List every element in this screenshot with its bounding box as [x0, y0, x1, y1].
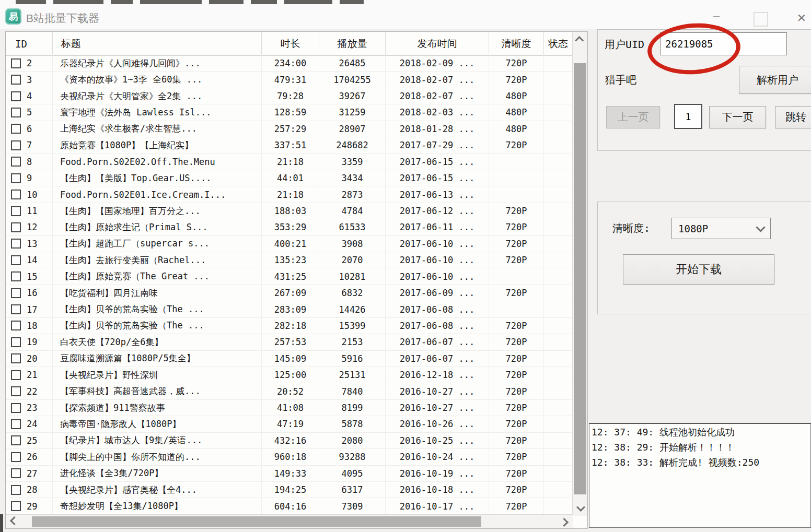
jump-page-button[interactable]: 跳转 — [775, 106, 811, 128]
table-row[interactable]: 22【军事科技】高超音速武器，威...20:5278402016-10-27 .… — [6, 383, 573, 399]
table-row[interactable]: 4央视纪录片《大明管家》全2集 ...79:28392672018-02-07 … — [6, 88, 573, 104]
table-row[interactable]: 11【生肉】【国家地理】百万分之...188:0347842017-06-12 … — [6, 203, 573, 219]
table-row[interactable]: 23【探索频道】911警察故事41:0881992016-10-27 ...72… — [6, 400, 573, 416]
row-resolution: 480P — [489, 121, 544, 137]
row-checkbox[interactable] — [11, 288, 21, 298]
table-row[interactable]: 15【生肉】原始竞赛（The Great ...431:25102812017-… — [6, 268, 573, 285]
row-checkbox[interactable] — [11, 485, 21, 495]
table-row[interactable]: 24病毒帝国·隐形敌人【1080P】47:1958782016-10-26 ..… — [6, 416, 573, 432]
scroll-right-button[interactable] — [557, 515, 573, 528]
row-checkbox[interactable] — [11, 386, 21, 396]
column-header[interactable]: 状态 — [544, 32, 573, 55]
table-row[interactable]: 19白衣天使【720p/全6集】257:5321532017-06-07 ...… — [6, 334, 573, 350]
vertical-scrollbar-thumb[interactable] — [574, 63, 586, 494]
row-checkbox[interactable] — [11, 468, 21, 478]
table-row[interactable]: 16【吃货福利】四月江南味267:0968322017-06-09 ...720… — [6, 285, 573, 301]
uid-input[interactable] — [660, 32, 787, 55]
table-row[interactable]: 26【脚尖上的中国】你所不知道的...960:18932882016-10-24… — [6, 449, 573, 465]
row-checkbox[interactable] — [11, 304, 21, 314]
row-date: 2016-10-17 ... — [386, 498, 489, 514]
row-title: 《资本的故事》1~3季 全60集 ... — [53, 72, 262, 87]
close-button[interactable]: ✕ — [791, 8, 811, 26]
row-status — [544, 268, 573, 284]
row-plays: 248682 — [319, 137, 386, 153]
table-row[interactable]: 18【生肉】贝爷的荒岛实验（The ...282:18153992017-06-… — [6, 318, 573, 334]
row-checkbox[interactable] — [11, 75, 21, 85]
scroll-up-button[interactable] — [573, 32, 587, 48]
row-date: 2017-06-07 ... — [386, 334, 489, 350]
column-header[interactable]: 时长 — [262, 32, 319, 55]
row-checkbox[interactable] — [11, 501, 21, 511]
horizontal-scrollbar[interactable] — [6, 514, 573, 528]
row-checkbox[interactable] — [11, 91, 21, 101]
table-row[interactable]: 3《资本的故事》1~3季 全60集 ...479:3117042552018-0… — [6, 72, 573, 88]
column-header[interactable]: 播放量 — [319, 32, 386, 55]
resolution-dropdown[interactable]: 1080P — [671, 218, 771, 239]
row-checkbox[interactable] — [11, 222, 21, 232]
row-checkbox[interactable] — [11, 190, 21, 199]
column-header[interactable]: 标题 — [53, 32, 262, 55]
row-id-cell: 17 — [6, 301, 53, 317]
row-checkbox[interactable] — [11, 419, 21, 429]
column-header[interactable]: 清晰度 — [489, 32, 544, 55]
row-checkbox[interactable] — [11, 271, 21, 281]
next-page-button[interactable]: 下一页 — [709, 106, 766, 128]
row-checkbox[interactable] — [11, 157, 21, 167]
column-header[interactable]: ID — [6, 32, 53, 55]
table-row[interactable]: 9【生肉】【美版】Top.Gear.US....44:0134342017-06… — [6, 170, 573, 186]
row-checkbox[interactable] — [11, 403, 21, 413]
row-plays: 10281 — [319, 268, 386, 284]
row-resolution: 480P — [489, 88, 544, 104]
row-checkbox[interactable] — [11, 239, 21, 249]
row-checkbox[interactable] — [11, 370, 21, 380]
prev-page-button[interactable]: 上一页 — [606, 106, 660, 128]
row-checkbox[interactable] — [11, 321, 21, 330]
start-download-button[interactable]: 开始下载 — [623, 254, 774, 285]
row-checkbox[interactable] — [11, 255, 21, 265]
row-checkbox[interactable] — [11, 206, 21, 216]
table-row[interactable]: 27进化怪谈【全3集/720P】149:3340952016-10-19 ...… — [6, 466, 573, 482]
parse-user-button[interactable]: 解析用户 — [739, 66, 811, 94]
page-number-input[interactable] — [674, 104, 702, 129]
vertical-scrollbar[interactable] — [572, 32, 587, 516]
row-id-cell: 9 — [6, 170, 53, 186]
scroll-left-button[interactable] — [6, 515, 21, 528]
table-row[interactable]: 14【生肉】去旅行变美丽（Rachel...135:2320702017-06-… — [6, 252, 573, 268]
table-row[interactable]: 25【纪录片】城市达人【9集/英语...432:1620802016-10-25… — [6, 433, 573, 449]
row-duration: 267:09 — [262, 285, 319, 301]
row-checkbox[interactable] — [11, 452, 21, 462]
row-checkbox[interactable] — [11, 435, 21, 445]
table-row[interactable]: 20豆腐味道溯源篇【1080P/5集全】145:0959162017-06-07… — [6, 351, 573, 367]
horizontal-scrollbar-thumb[interactable] — [32, 516, 481, 527]
minimize-button[interactable]: ─ — [704, 9, 728, 25]
row-checkbox[interactable] — [11, 58, 21, 68]
column-header[interactable]: 发布时间 — [386, 32, 489, 55]
row-checkbox[interactable] — [11, 173, 21, 183]
table-row[interactable]: 5寰宇地理《法外岛 Lawless Isl...128:59312592018-… — [6, 104, 573, 121]
log-output[interactable]: 12: 37: 49: 线程池初始化成功12: 38: 29: 开始解析！！！！… — [589, 423, 811, 528]
maximize-button[interactable] — [754, 12, 768, 27]
row-duration: 41:08 — [262, 400, 319, 416]
table-row[interactable]: 13【生肉】超跑工厂（supercar s...400:2139082017-0… — [6, 236, 573, 252]
row-checkbox[interactable] — [11, 140, 21, 150]
row-status — [544, 482, 573, 498]
row-id-cell: 18 — [6, 318, 53, 334]
table-row[interactable]: 28【央视纪录片】感官奥秘【全4...194:2563172016-10-18 … — [6, 482, 573, 498]
table-row[interactable]: 8Food.Porn.S02E02.Off.The.Menu21:1833592… — [6, 154, 573, 170]
scroll-down-button[interactable] — [573, 500, 587, 516]
table-row[interactable]: 7原始竞赛【1080P】【上海纪实】337:512486822017-07-29… — [6, 137, 573, 153]
table-row[interactable]: 12【生肉】原始求生记（Primal S...353:29615332017-0… — [6, 219, 573, 235]
table-row[interactable]: 29奇想妙发明【全13集/1080P】604:1673092016-10-17 … — [6, 498, 573, 514]
row-status — [544, 449, 573, 465]
row-checkbox[interactable] — [11, 108, 21, 117]
row-checkbox[interactable] — [11, 353, 21, 363]
row-status — [544, 55, 573, 71]
row-duration: 604:16 — [262, 498, 319, 514]
row-checkbox[interactable] — [11, 337, 21, 347]
row-checkbox[interactable] — [11, 124, 21, 134]
table-row[interactable]: 2乐器纪录片《人间难得几回闻》...234:00264852018-02-09 … — [6, 55, 573, 72]
table-row[interactable]: 21【央视纪录片】野性深圳125:00251312016-12-18 ...72… — [6, 367, 573, 383]
table-row[interactable]: 10Food.Porn.S02E01.Ice.Cream.I...21:1828… — [6, 186, 573, 203]
table-row[interactable]: 17【生肉】贝爷的荒岛实验（The ...283:09144262017-06-… — [6, 301, 573, 317]
table-row[interactable]: 6上海纪实《求生极客/求生智慧...257:29289072018-01-28 … — [6, 121, 573, 137]
